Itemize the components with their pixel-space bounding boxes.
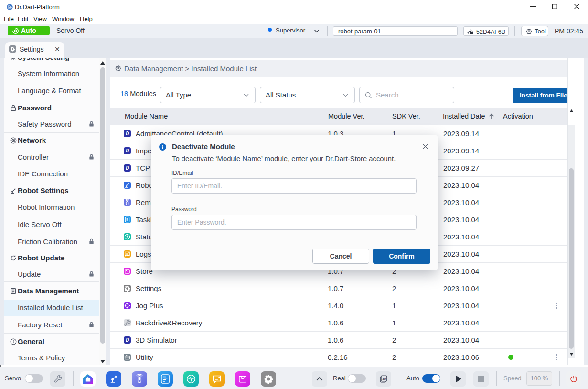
svg-text:D: D: [126, 131, 129, 136]
svg-text:D: D: [126, 148, 129, 153]
svg-text:3D: 3D: [382, 377, 386, 380]
svg-text:D: D: [126, 165, 129, 171]
svg-text:D: D: [126, 337, 129, 343]
